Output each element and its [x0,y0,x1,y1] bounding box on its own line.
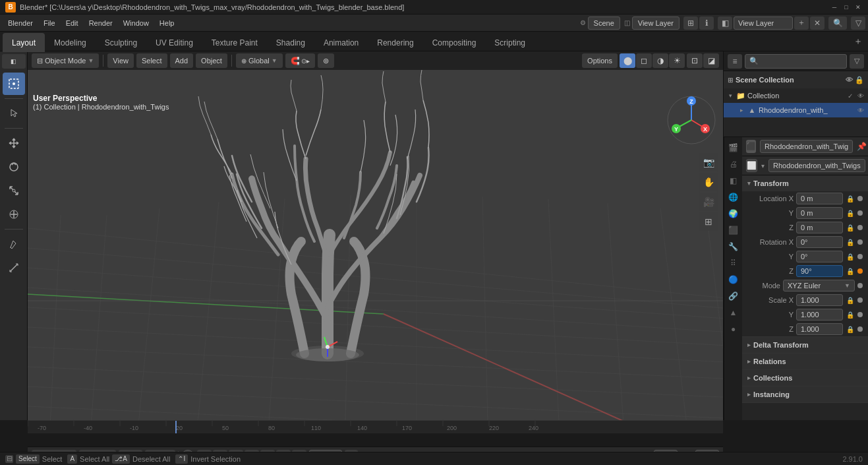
scale-y-dot[interactable] [857,312,863,317]
modifier-props-btn[interactable]: 🔧 [726,239,741,255]
scale-x-value[interactable]: 1.000 [796,294,843,306]
view-menu-btn[interactable]: View [107,53,134,68]
scene-name-display[interactable]: Scene [588,16,620,30]
view-layer-name[interactable]: View Layer [734,16,793,30]
tab-animation[interactable]: Animation [314,33,368,52]
location-z-dot[interactable] [857,225,863,230]
measure-tool-btn[interactable] [3,257,25,279]
location-x-dot[interactable] [857,196,863,201]
scene-props-btn[interactable]: 🌐 [726,189,741,205]
rotation-y-value[interactable]: 0° [796,251,843,263]
camera-view-btn[interactable]: 🎥 [699,193,718,211]
x-ray-btn[interactable]: ◪ [703,53,719,68]
scale-z-lock[interactable]: 🔒 [846,325,855,334]
tab-compositing[interactable]: Compositing [423,33,486,52]
select-box-tool-btn[interactable] [3,73,25,95]
location-y-dot[interactable] [857,210,863,216]
collections-header[interactable]: ▸ Collections [742,370,868,386]
outliner-display-filter-btn[interactable]: ▽ [850,54,864,69]
collection-eye-btn[interactable]: 👁 [856,91,865,100]
menu-window[interactable]: Window [118,16,154,30]
pin-icon[interactable]: 📌 [857,140,867,152]
remove-view-layer-btn[interactable]: ✕ [810,16,825,30]
maximize-button[interactable]: □ [842,3,851,12]
location-y-lock[interactable]: 🔒 [846,208,855,218]
render-props-btn[interactable]: 🎬 [726,140,741,156]
scale-z-dot[interactable] [857,326,863,332]
world-props-btn[interactable]: 🌍 [726,206,741,222]
scale-x-dot[interactable] [857,297,863,303]
scale-x-lock[interactable]: 🔒 [846,295,855,305]
delta-transform-header[interactable]: ▸ Delta Transform [742,337,868,353]
tab-layout[interactable]: Layout [3,33,45,52]
rotation-z-lock[interactable]: 🔒 [846,266,855,276]
mode-dot[interactable] [857,283,863,288]
menu-help[interactable]: Help [154,16,180,30]
annotate-tool-btn[interactable] [3,233,25,255]
expand-mesh-icon[interactable]: ▸ [738,106,745,114]
scale-y-lock[interactable]: 🔒 [846,310,855,319]
tab-rendering[interactable]: Rendering [368,33,422,52]
material-preview-btn[interactable]: ◑ [652,53,668,68]
outliner-search-box[interactable]: 🔍 [745,54,847,69]
tab-texture-paint[interactable]: Texture Paint [202,33,267,52]
proportional-edit-btn[interactable]: ⊚ [318,53,334,68]
collection-visible-btn[interactable]: ✓ [846,91,855,100]
header-info-icon[interactable]: ℹ [699,16,714,30]
viewport-3d[interactable]: ⊟ Object Mode ▼ View Select Add Object ⊕… [28,51,723,420]
view-grid-btn[interactable]: ⊞ [699,212,718,231]
zoom-camera-btn[interactable]: 📷 [699,153,718,171]
instancing-header[interactable]: ▸ Instancing [742,387,868,402]
object-name-field[interactable]: Rhododendron_with_Twig [760,140,853,153]
object-menu-btn[interactable]: Object [196,53,227,68]
select-menu-btn[interactable]: Select [136,53,167,68]
rotation-y-lock[interactable]: 🔒 [846,252,855,261]
mode-select[interactable]: XYZ Euler ▼ [783,280,855,292]
transform-orientation-btn[interactable]: ⊕ Global ▼ [236,53,283,68]
scene-selector[interactable]: ⚙ Scene [580,16,620,30]
scale-y-value[interactable]: 1.000 [796,309,843,321]
rotation-x-dot[interactable] [857,239,863,245]
outliner-collection-item[interactable]: ▾ 📁 Collection ✓ 👁 [724,88,868,103]
tab-scripting[interactable]: Scripting [485,33,535,52]
scale-z-value[interactable]: 1.000 [796,323,843,335]
rendered-mode-btn[interactable]: ☀ [669,53,685,68]
view-layer-props-btn[interactable]: ◧ [726,173,741,189]
tab-sculpting[interactable]: Sculpting [96,33,146,52]
add-menu-btn[interactable]: Add [170,53,194,68]
data-name-dropdown[interactable]: Rhododendron_with_Twigs [768,159,865,172]
solid-mode-btn[interactable]: ⬤ [620,53,635,68]
add-view-layer-btn[interactable]: ＋ [794,16,809,30]
tab-uv-editing[interactable]: UV Editing [146,33,202,52]
outliner-restrict-icon[interactable]: 🔒 [855,76,864,84]
add-workspace-btn[interactable]: ＋ [851,34,865,49]
rotation-z-dot[interactable] [857,268,863,274]
view-layer-label[interactable]: View Layer [632,16,680,30]
menu-render[interactable]: Render [84,16,118,30]
rotation-z-value[interactable]: 90° [796,265,843,277]
tab-shading[interactable]: Shading [267,33,314,52]
physics-props-btn[interactable]: 🔵 [726,272,741,288]
expand-collection-icon[interactable]: ▾ [726,92,734,100]
output-props-btn[interactable]: 🖨 [726,156,741,172]
location-x-value[interactable]: 0 m [796,193,843,204]
pan-btn[interactable]: ✋ [699,173,718,191]
rotation-x-value[interactable]: 0° [796,236,843,248]
nav-gizmo[interactable]: Z X Y [665,94,718,146]
close-button[interactable]: ✕ [854,3,863,12]
location-x-lock[interactable]: 🔒 [846,194,855,203]
mode-selector[interactable]: ◧ [2,54,26,69]
header-icon-buttons[interactable]: ⊞ [683,16,698,30]
filter-btn[interactable]: ▽ [851,16,865,30]
viewport-overlays-btn[interactable]: ⊡ [687,53,703,68]
location-z-lock[interactable]: 🔒 [846,223,855,232]
menu-edit[interactable]: Edit [61,16,84,30]
view-layer-icon2[interactable]: ◧ [718,16,732,30]
move-tool-btn[interactable] [3,132,25,154]
mesh-visible-btn[interactable]: 👁 [856,106,865,115]
options-btn[interactable]: Options [582,53,618,68]
menu-blender[interactable]: Blender [3,16,38,30]
outliner-mesh-item[interactable]: ▸ ▲ Rhododendron_with_ 👁 [724,103,868,117]
particles-props-btn[interactable]: ⠿ [726,255,741,271]
snap-btn[interactable]: 🧲 ⊙▸ [285,53,315,68]
